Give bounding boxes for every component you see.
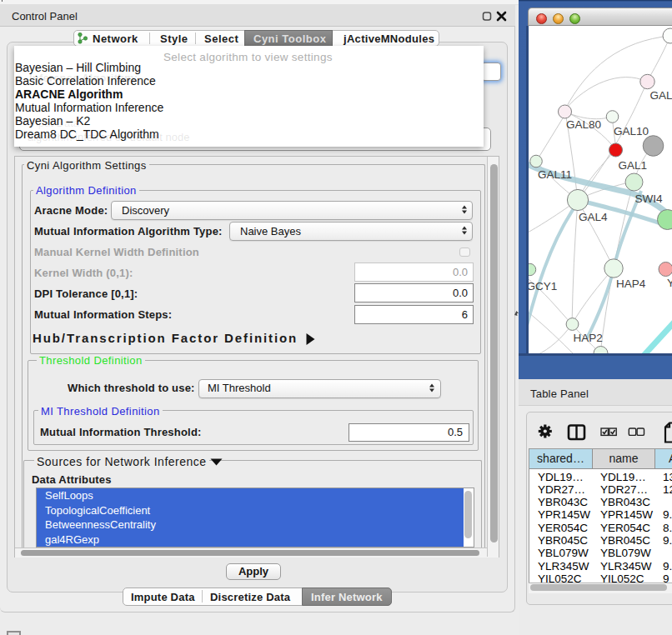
- svg-text:GCY1: GCY1: [529, 280, 557, 292]
- svg-text:GAL80: GAL80: [566, 118, 601, 131]
- svg-text:GAL11: GAL11: [538, 168, 572, 181]
- svg-text:HAP2: HAP2: [574, 332, 603, 344]
- svg-text:HAP4: HAP4: [616, 278, 646, 290]
- svg-text:GAL: GAL: [650, 89, 672, 102]
- svg-text:GAL1: GAL1: [619, 159, 648, 172]
- svg-text:GAL10: GAL10: [614, 125, 649, 138]
- svg-text:SWI4: SWI4: [635, 192, 663, 205]
- svg-text:GAL4: GAL4: [579, 211, 608, 223]
- svg-text:Y: Y: [667, 277, 672, 289]
